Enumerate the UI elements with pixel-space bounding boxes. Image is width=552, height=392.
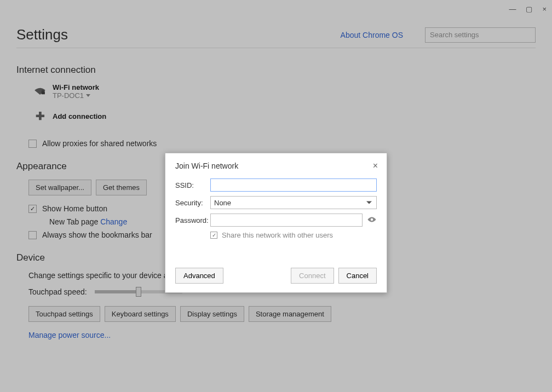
show-password-icon[interactable]: [367, 216, 377, 224]
security-label: Security:: [175, 199, 210, 207]
share-network-label: Share this network with other users: [222, 231, 333, 239]
dialog-close-button[interactable]: ×: [373, 161, 378, 171]
dialog-title: Join Wi-Fi network: [175, 162, 373, 170]
password-label: Password:: [175, 216, 210, 224]
advanced-button[interactable]: Advanced: [175, 268, 223, 284]
ssid-label: SSID:: [175, 181, 210, 189]
cancel-button[interactable]: Cancel: [338, 268, 377, 284]
security-selected-value: None: [214, 199, 231, 207]
join-wifi-dialog: Join Wi-Fi network × SSID: Security: Non…: [165, 153, 387, 293]
share-network-checkbox[interactable]: [210, 232, 217, 239]
password-input[interactable]: [210, 214, 363, 227]
dropdown-caret-icon: [366, 201, 372, 204]
connect-button[interactable]: Connect: [291, 268, 334, 284]
security-select[interactable]: None: [210, 196, 377, 209]
ssid-input[interactable]: [210, 178, 377, 192]
